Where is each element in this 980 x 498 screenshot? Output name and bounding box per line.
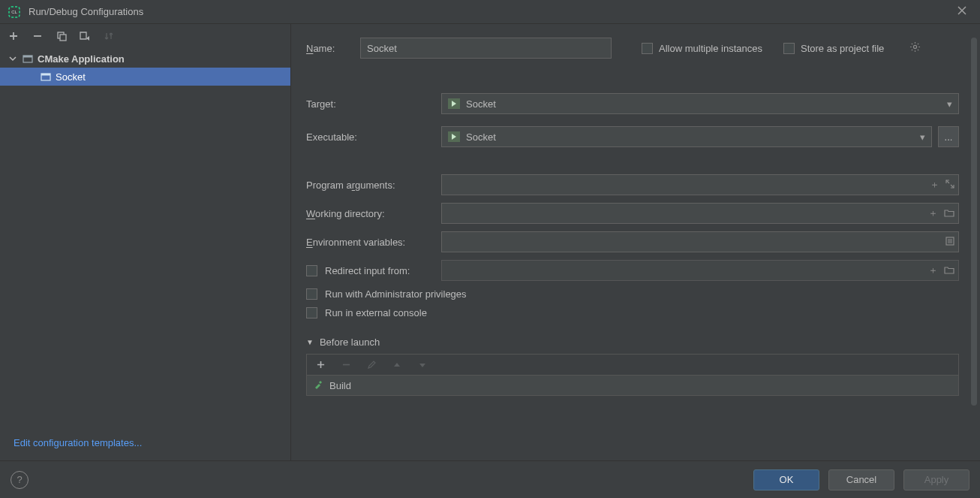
svg-text:CL: CL bbox=[11, 10, 17, 14]
plus-icon[interactable]: ＋ bbox=[928, 264, 938, 277]
chevron-down-icon bbox=[9, 53, 18, 65]
before-launch-label: Before launch bbox=[320, 337, 380, 348]
move-down-button[interactable] bbox=[415, 358, 430, 373]
left-panel: 1 CMake Application Socket bbox=[0, 24, 291, 460]
redirect-checkbox[interactable] bbox=[306, 265, 317, 276]
titlebar: CL Run/Debug Configurations bbox=[0, 0, 980, 24]
executable-select[interactable]: Socket ▾ bbox=[441, 126, 932, 147]
executable-label: Executable: bbox=[306, 131, 441, 143]
expand-icon[interactable] bbox=[945, 180, 954, 191]
folder-icon[interactable] bbox=[944, 265, 954, 276]
env-label: Environment variables: bbox=[306, 237, 441, 248]
before-launch-header[interactable]: ▼ Before launch bbox=[306, 337, 959, 348]
build-label: Build bbox=[329, 380, 351, 391]
tree-item-socket[interactable]: Socket bbox=[0, 68, 290, 86]
chevron-down-icon: ▼ bbox=[306, 338, 314, 346]
edit-templates-link-area: Edit configuration templates... bbox=[0, 430, 290, 460]
config-tree: CMake Application Socket bbox=[0, 48, 290, 430]
bottom-bar: ? OK Cancel Apply bbox=[0, 460, 980, 498]
working-dir-input[interactable] bbox=[441, 203, 959, 224]
config-toolbar: 1 bbox=[0, 24, 290, 48]
play-icon bbox=[448, 98, 460, 109]
env-input[interactable] bbox=[441, 231, 959, 252]
help-button[interactable]: ? bbox=[11, 471, 29, 489]
save-config-button[interactable] bbox=[78, 29, 93, 44]
plus-icon[interactable]: ＋ bbox=[928, 207, 938, 220]
window-title: Run/Debug Configurations bbox=[29, 6, 951, 17]
svg-rect-7 bbox=[23, 56, 32, 58]
copy-config-button[interactable] bbox=[54, 29, 69, 44]
redirect-label: Redirect input from: bbox=[325, 265, 410, 276]
close-button[interactable] bbox=[951, 6, 972, 17]
list-icon[interactable] bbox=[945, 237, 954, 248]
name-input[interactable] bbox=[360, 38, 612, 59]
add-config-button[interactable] bbox=[6, 29, 21, 44]
cmake-group-icon bbox=[23, 53, 33, 64]
remove-config-button[interactable] bbox=[30, 29, 45, 44]
redirect-input[interactable] bbox=[441, 260, 959, 281]
before-launch-item[interactable]: Build bbox=[306, 375, 959, 396]
tree-group-cmake[interactable]: CMake Application bbox=[0, 50, 290, 68]
ext-console-label: Run in external console bbox=[325, 307, 427, 318]
name-label: Name: bbox=[306, 43, 360, 54]
ok-button[interactable]: OK bbox=[753, 469, 819, 490]
target-value: Socket bbox=[466, 98, 496, 110]
before-launch-toolbar bbox=[306, 354, 959, 375]
apply-button[interactable]: Apply bbox=[903, 469, 969, 490]
svg-rect-4 bbox=[60, 35, 66, 41]
program-args-input[interactable] bbox=[441, 174, 959, 195]
ext-console-checkbox[interactable] bbox=[306, 307, 317, 318]
executable-value: Socket bbox=[466, 131, 496, 143]
target-label: Target: bbox=[306, 98, 441, 110]
folder-icon[interactable] bbox=[944, 208, 954, 219]
play-icon bbox=[448, 131, 460, 142]
admin-label: Run with Administrator privileges bbox=[325, 288, 467, 300]
app-icon: CL bbox=[8, 5, 21, 19]
cancel-button[interactable]: Cancel bbox=[828, 469, 894, 490]
program-args-label: Program arguments: bbox=[306, 180, 441, 191]
edit-task-button[interactable] bbox=[364, 358, 379, 373]
tree-group-label: CMake Application bbox=[38, 53, 125, 65]
gear-icon[interactable] bbox=[909, 41, 921, 55]
working-dir-label: Working directory: bbox=[306, 208, 441, 219]
browse-executable-button[interactable]: ... bbox=[938, 126, 959, 147]
svg-rect-9 bbox=[41, 74, 50, 76]
config-item-icon bbox=[41, 71, 51, 82]
chevron-down-icon: ▾ bbox=[920, 131, 925, 143]
right-panel: Name: Allow multiple instances Store as … bbox=[291, 24, 980, 460]
allow-multiple-checkbox[interactable]: Allow multiple instances bbox=[642, 43, 762, 54]
remove-task-button[interactable] bbox=[338, 358, 353, 373]
chevron-down-icon: ▾ bbox=[947, 98, 952, 110]
edit-templates-link[interactable]: Edit configuration templates... bbox=[14, 437, 142, 448]
scrollbar[interactable] bbox=[971, 38, 977, 406]
main-area: 1 CMake Application Socket bbox=[0, 24, 980, 460]
plus-icon[interactable]: ＋ bbox=[930, 178, 939, 192]
svg-point-10 bbox=[914, 45, 917, 48]
sort-config-button[interactable]: 1 bbox=[102, 29, 117, 44]
add-task-button[interactable] bbox=[313, 358, 328, 373]
store-project-checkbox[interactable]: Store as project file bbox=[783, 43, 884, 54]
admin-checkbox[interactable] bbox=[306, 288, 317, 300]
hammer-icon bbox=[313, 379, 323, 392]
form-area: Name: Allow multiple instances Store as … bbox=[291, 24, 980, 460]
store-project-label: Store as project file bbox=[801, 43, 884, 54]
allow-multiple-label: Allow multiple instances bbox=[659, 43, 762, 54]
move-up-button[interactable] bbox=[389, 358, 404, 373]
target-select[interactable]: Socket ▾ bbox=[441, 93, 959, 114]
tree-item-label: Socket bbox=[56, 71, 86, 83]
